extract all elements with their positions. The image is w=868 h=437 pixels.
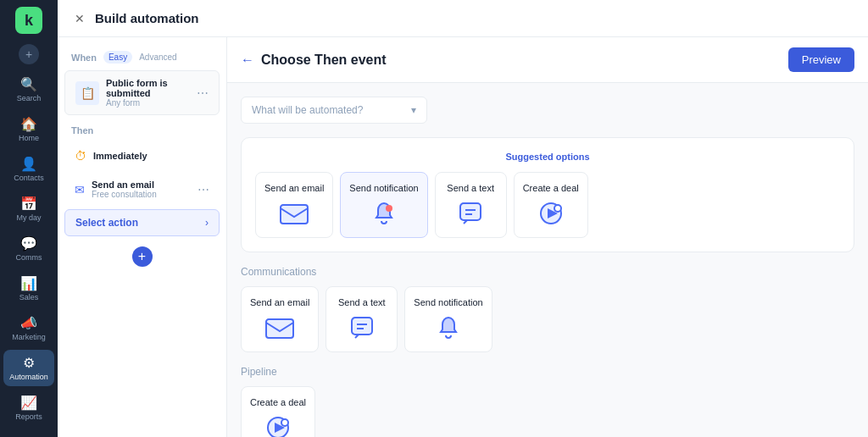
- email-icon-comm: [263, 314, 297, 341]
- chat-icon: 💬: [20, 235, 37, 252]
- contacts-icon: 👤: [20, 156, 37, 172]
- when-title: Public form is submitted: [106, 78, 190, 98]
- main-area: ✕ Build automation When Easy Advanced 📋 …: [58, 0, 868, 437]
- when-more-button[interactable]: ⋯: [197, 86, 209, 100]
- svg-rect-10: [352, 318, 372, 335]
- then-item-email: ✉ Send an email Free consultation ⋯: [64, 173, 220, 206]
- email-icon: ✉: [75, 183, 85, 196]
- sidebar-item-label: Search: [17, 94, 42, 102]
- sidebar-item-marketing[interactable]: 📣 Marketing: [3, 310, 54, 346]
- sidebar-item-comms[interactable]: 💬 Comms: [3, 230, 54, 267]
- deal-card-icon: [534, 200, 568, 227]
- suggested-card-send-notification[interactable]: Send notification: [340, 172, 427, 238]
- when-subtitle: Any form: [106, 98, 190, 108]
- svg-rect-0: [281, 205, 308, 224]
- then-label: Then: [58, 125, 226, 142]
- suggested-title: Suggested options: [255, 152, 840, 162]
- dropdown-arrow-icon: ▾: [411, 104, 416, 116]
- svg-point-1: [386, 205, 392, 212]
- home-icon: 🏠: [20, 116, 37, 132]
- pipeline-card-create-deal[interactable]: Create a deal: [241, 386, 315, 437]
- card-label: Send an email: [250, 297, 309, 307]
- notification-icon-comm: [431, 314, 465, 341]
- search-icon: 🔍: [20, 76, 37, 92]
- sidebar-item-home[interactable]: 🏠 Home: [3, 111, 54, 147]
- card-label: Send a text: [447, 183, 494, 193]
- select-action-item[interactable]: Select action ›: [64, 209, 220, 236]
- sidebar-item-automation[interactable]: ⚙ Automation: [3, 350, 54, 386]
- when-block: 📋 Public form is submitted Any form ⋯: [64, 70, 220, 115]
- email-card-icon: [277, 200, 311, 227]
- pipeline-title: Pipeline: [241, 366, 854, 378]
- sidebar-item-sales[interactable]: 📊 Sales: [3, 270, 54, 307]
- close-button[interactable]: ✕: [71, 10, 88, 27]
- then-item-text: Send an email Free consultation: [92, 180, 191, 199]
- sidebar-item-label: Contacts: [14, 174, 44, 182]
- right-panel: ← Choose Then event Preview What will be…: [227, 37, 868, 437]
- content-area: When Easy Advanced 📋 Public form is subm…: [58, 37, 868, 437]
- communications-cards-row: Send an email Send a text: [241, 286, 854, 352]
- deal-icon-pipeline: [261, 414, 295, 437]
- form-icon: 📋: [75, 81, 99, 105]
- sidebar-item-label: My day: [16, 213, 41, 222]
- pipeline-cards-row: Create a deal: [241, 386, 854, 437]
- sidebar-item-label: Marketing: [12, 333, 46, 341]
- sidebar-item-label: Comms: [16, 253, 42, 262]
- sales-icon: 📊: [20, 275, 37, 291]
- suggested-card-send-email[interactable]: Send an email: [255, 172, 333, 238]
- suggested-section: Suggested options Send an email: [241, 137, 854, 252]
- suggested-cards-row: Send an email Send notification: [255, 172, 840, 238]
- select-action-label: Select action: [75, 217, 198, 229]
- sidebar-item-label: Reports: [15, 412, 42, 421]
- svg-rect-9: [266, 319, 293, 338]
- when-text: Public form is submitted Any form: [106, 78, 190, 108]
- card-label: Create a deal: [523, 183, 579, 193]
- then-item-subtitle: Free consultation: [92, 190, 191, 199]
- then-item-immediately: ⏱ Immediately: [64, 142, 220, 169]
- sidebar-logo[interactable]: k: [15, 7, 42, 34]
- left-panel: When Easy Advanced 📋 Public form is subm…: [58, 37, 227, 437]
- sidebar-item-myday[interactable]: 📅 My day: [3, 191, 54, 227]
- select-action-arrow-icon: ›: [205, 217, 209, 229]
- communications-section: Communications Send an email: [241, 266, 854, 352]
- topbar: ✕ Build automation: [58, 0, 868, 37]
- automation-icon: ⚙: [23, 355, 35, 371]
- notification-card-icon: [367, 200, 401, 227]
- comm-card-send-notification[interactable]: Send notification: [404, 286, 492, 352]
- svg-point-8: [555, 206, 560, 211]
- preview-button[interactable]: Preview: [788, 47, 854, 72]
- then-item-title: Immediately: [93, 151, 209, 161]
- right-header: ← Choose Then event Preview: [227, 37, 868, 83]
- sidebar-item-reports[interactable]: 📈 Reports: [3, 390, 54, 426]
- add-action-button[interactable]: +: [132, 246, 153, 267]
- card-label: Send notification: [414, 297, 482, 307]
- automation-filter-dropdown[interactable]: What will be automated? ▾: [241, 97, 427, 124]
- card-label: Create a deal: [250, 397, 306, 407]
- sidebar-add-button[interactable]: +: [19, 44, 39, 64]
- calendar-icon: 📅: [20, 196, 37, 212]
- card-label: Send a text: [338, 297, 386, 307]
- close-icon: ✕: [75, 12, 85, 25]
- card-label: Send notification: [349, 183, 418, 193]
- comm-card-send-email[interactable]: Send an email: [241, 286, 319, 352]
- right-panel-title: Choose Then event: [261, 53, 782, 68]
- topbar-title: Build automation: [95, 11, 199, 25]
- right-body: What will be automated? ▾ Suggested opti…: [227, 83, 868, 437]
- sidebar-item-label: Home: [19, 134, 39, 142]
- reports-icon: 📈: [20, 395, 37, 411]
- back-button[interactable]: ←: [241, 53, 254, 68]
- text-card-icon: [453, 200, 487, 227]
- text-icon-comm: [345, 314, 379, 341]
- sidebar-item-label: Sales: [19, 293, 39, 301]
- sidebar-item-search[interactable]: 🔍 Search: [3, 71, 54, 108]
- then-item-more-button[interactable]: ⋯: [198, 183, 209, 196]
- advanced-tab[interactable]: Advanced: [139, 53, 176, 62]
- easy-tab[interactable]: Easy: [103, 51, 132, 64]
- sidebar-item-label: Automation: [9, 373, 48, 381]
- suggested-card-send-text[interactable]: Send a text: [435, 172, 507, 238]
- comm-card-send-text[interactable]: Send a text: [326, 286, 398, 352]
- card-label: Send an email: [264, 183, 324, 193]
- suggested-card-create-deal[interactable]: Create a deal: [514, 172, 588, 238]
- dropdown-placeholder: What will be automated?: [252, 104, 363, 116]
- sidebar-item-contacts[interactable]: 👤 Contacts: [3, 151, 54, 187]
